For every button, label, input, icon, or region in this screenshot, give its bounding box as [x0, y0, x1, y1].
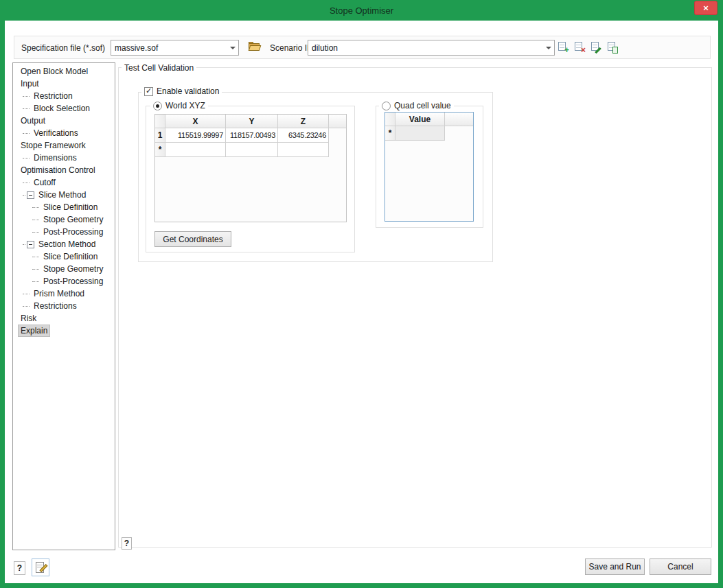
browse-spec-file-button[interactable] — [248, 41, 262, 54]
collapse-icon[interactable] — [27, 191, 34, 199]
world-xyz-radio[interactable]: World XYZ — [150, 100, 208, 111]
row-header[interactable]: * — [385, 126, 395, 141]
tree-item-explain[interactable]: Explain — [13, 325, 115, 337]
scenario-edit-icon[interactable] — [590, 41, 601, 53]
collapse-icon[interactable] — [27, 241, 34, 248]
tree-connector — [32, 257, 39, 257]
scenario-id-value: dilution — [312, 43, 338, 53]
tree-item-label: Section Method — [36, 239, 97, 250]
tree-item-label: Post-Processing — [41, 226, 105, 237]
world-xyz-label: World XYZ — [165, 101, 205, 110]
tree-item-label: Risk — [19, 313, 38, 324]
get-coordinates-button[interactable]: Get Coordinates — [154, 231, 231, 247]
radio-icon[interactable] — [153, 102, 162, 110]
close-button[interactable]: × — [694, 1, 718, 15]
tree-connector — [23, 133, 30, 134]
tree-item-slice-method-stope-geometry[interactable]: Stope Geometry — [13, 213, 115, 226]
scenario-delete-icon[interactable]: × — [573, 41, 585, 53]
column-header-z[interactable]: Z — [278, 115, 329, 128]
tree-item-optimisation-control[interactable]: Optimisation Control — [13, 164, 115, 176]
table-row-new[interactable]: * — [385, 126, 473, 141]
tree-item-open-block-model[interactable]: Open Block Model — [13, 65, 115, 78]
tree-item-output[interactable]: Output — [13, 115, 115, 127]
tree-item-verifications[interactable]: Verifications — [13, 127, 115, 139]
checkbox-icon[interactable] — [144, 87, 153, 96]
tree-item-block-selection[interactable]: Block Selection — [13, 102, 115, 115]
tree-item-label: Dimensions — [32, 152, 79, 163]
edit-notes-button[interactable] — [32, 558, 49, 576]
world-xyz-table[interactable]: X Y Z 1 115519.99997 118157.00493 6345.2… — [154, 114, 347, 222]
header-filler — [329, 115, 346, 128]
cancel-button[interactable]: Cancel — [650, 558, 711, 575]
cross-glyph: × — [581, 46, 586, 54]
column-header-value[interactable]: Value — [395, 113, 445, 126]
table-row-new[interactable]: * — [155, 143, 346, 157]
tree-connector — [23, 195, 25, 196]
column-header-x[interactable]: X — [165, 115, 226, 128]
row-filler — [329, 128, 346, 143]
corner-cell — [155, 115, 165, 128]
dropdown-arrow-zone[interactable] — [227, 40, 238, 55]
tree-item-stope-framework[interactable]: Stope Framework — [13, 139, 115, 152]
cell-x[interactable] — [165, 143, 226, 157]
help-icon: ? — [124, 539, 129, 548]
row-header[interactable]: 1 — [155, 128, 165, 143]
tree-item-prism-method[interactable]: Prism Method — [13, 287, 115, 300]
tree-connector — [32, 220, 39, 220]
sheet-lines — [593, 45, 597, 48]
cell-z[interactable] — [278, 143, 329, 157]
dialog-help-button[interactable]: ? — [14, 561, 25, 575]
tree-item-label: Input — [19, 78, 41, 89]
cell-y[interactable]: 118157.00493 — [226, 128, 278, 143]
scenario-add-icon[interactable]: + — [557, 41, 569, 53]
scenario-id-label: Scenario ID — [270, 43, 313, 53]
corner-cell — [385, 113, 395, 126]
table-row[interactable]: 1 115519.99997 118157.00493 6345.23246 — [155, 128, 346, 143]
tree-item-slice-method-slice-definition[interactable]: Slice Definition — [13, 201, 115, 213]
tree-item-slice-method-post-processing[interactable]: Post-Processing — [13, 226, 115, 238]
radio-icon[interactable] — [382, 102, 391, 110]
cell-y[interactable] — [226, 143, 278, 157]
row-header[interactable]: * — [155, 143, 165, 157]
navigation-tree: Open Block Model Input Restriction Block… — [12, 62, 115, 550]
tree-item-input[interactable]: Input — [13, 78, 115, 90]
tree-item-risk[interactable]: Risk — [13, 312, 115, 325]
tree-item-section-method-stope-geometry[interactable]: Stope Geometry — [13, 263, 115, 275]
tree-item-section-method-slice-definition[interactable]: Slice Definition — [13, 250, 115, 263]
tree-item-section-method-post-processing[interactable]: Post-Processing — [13, 275, 115, 287]
tree-item-dimensions[interactable]: Dimensions — [13, 152, 115, 164]
tree-item-restrictions[interactable]: Restrictions — [13, 300, 115, 312]
window-title: Stope Optimiser — [330, 5, 393, 16]
dropdown-arrow-zone[interactable] — [542, 40, 554, 55]
specification-file-label: Specification file (*.sof) — [21, 43, 105, 53]
tree-item-section-method[interactable]: Section Method — [13, 238, 115, 250]
tree-connector — [23, 158, 30, 158]
tree-item-restriction[interactable]: Restriction — [13, 90, 115, 102]
cell-z[interactable]: 6345.23246 — [278, 128, 329, 143]
tree-item-label: Slice Definition — [41, 202, 100, 213]
specification-file-dropdown[interactable]: massive.sof — [111, 40, 239, 56]
header-filler — [445, 113, 473, 126]
column-header-y[interactable]: Y — [226, 115, 278, 128]
enable-validation-control[interactable]: Enable validation — [141, 86, 222, 97]
scenario-id-dropdown[interactable]: dilution — [308, 40, 555, 56]
tree-item-label: Prism Method — [32, 288, 87, 299]
cell-value[interactable] — [395, 126, 445, 141]
scenario-copy-icon[interactable] — [606, 41, 618, 53]
page-help-button[interactable]: ? — [122, 537, 132, 550]
title-bar[interactable]: Stope Optimiser × — [0, 0, 723, 21]
close-icon: × — [703, 3, 709, 13]
quad-cell-value-table[interactable]: Value * — [385, 112, 474, 222]
tree-item-label: Restrictions — [32, 301, 79, 311]
save-and-run-button[interactable]: Save and Run — [585, 558, 645, 575]
cell-x[interactable]: 115519.99997 — [165, 128, 226, 143]
table-header-row: Value — [385, 113, 473, 126]
enable-validation-group: Enable validation World XYZ X Y Z — [138, 92, 493, 262]
tree-item-cutoff[interactable]: Cutoff — [13, 176, 115, 189]
tree-item-label: Stope Framework — [19, 140, 88, 151]
tree-item-slice-method[interactable]: Slice Method — [13, 189, 115, 201]
tree-item-label: Cutoff — [32, 177, 58, 188]
plus-glyph: + — [564, 46, 569, 54]
quad-cell-value-radio[interactable]: Quad cell value — [379, 100, 454, 111]
tree-item-label: Open Block Model — [19, 66, 90, 77]
